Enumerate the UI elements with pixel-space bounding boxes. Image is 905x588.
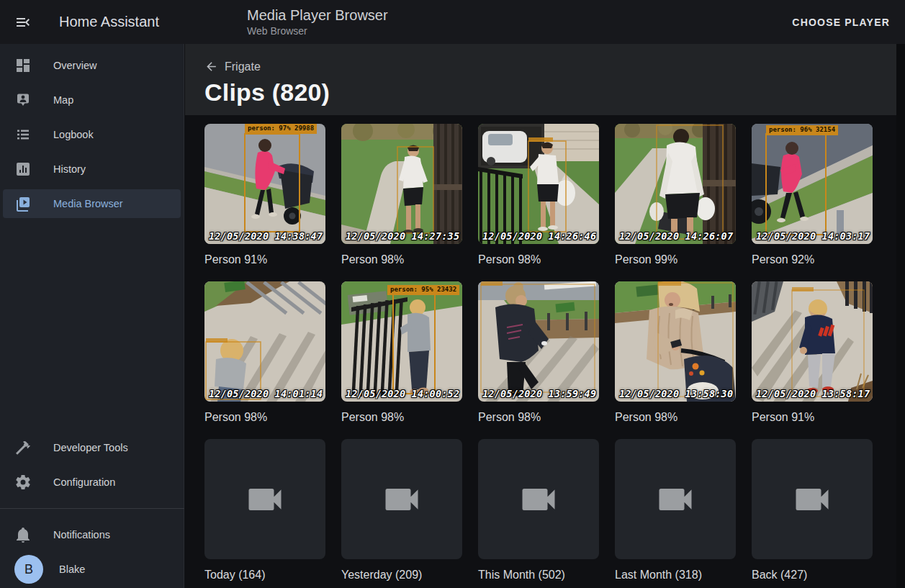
sidebar-item-label: History	[53, 163, 86, 175]
clip-thumbnail[interactable]: 12/05/2020 13:58:30	[615, 281, 736, 402]
bell-icon	[14, 526, 32, 543]
clip-thumbnail[interactable]: 12/05/2020 13:58:17	[752, 281, 873, 402]
clip-thumbnail[interactable]: 12/05/2020 14:26:46	[478, 124, 599, 244]
clip-caption: Person 91%	[752, 411, 873, 424]
clip-caption: Person 91%	[204, 253, 325, 266]
sidebar-item-history[interactable]: History	[3, 155, 181, 184]
app-title: Home Assistant	[59, 14, 159, 30]
video-icon	[791, 478, 834, 521]
clip-card[interactable]: person: 95% 23432 12/05/2020 14:00:52 Pe…	[341, 281, 462, 424]
sidebar: Overview Map Logbook History	[0, 44, 184, 588]
video-icon	[380, 478, 423, 521]
folder-label: Yesterday (209)	[341, 569, 462, 582]
clip-timestamp: 12/05/2020 14:26:46	[482, 230, 596, 242]
clip-scene	[341, 281, 462, 402]
clip-caption: Person 92%	[752, 253, 873, 266]
media-browser-icon	[14, 195, 32, 212]
content-header: Frigate Clips (820)	[185, 44, 896, 115]
folder-card-this-month[interactable]: This Month (502)	[478, 439, 599, 582]
sidebar-item-label: Blake	[59, 564, 85, 575]
clip-thumbnail[interactable]: 12/05/2020 14:27:35	[341, 124, 462, 244]
detection-label: person: 95% 23432	[387, 285, 459, 295]
clip-scene	[615, 281, 736, 402]
sidebar-item-overview[interactable]: Overview	[3, 51, 181, 80]
folder-card-back[interactable]: Back (427)	[752, 439, 873, 582]
dashboard-icon	[14, 57, 32, 74]
sidebar-item-label: Logbook	[53, 129, 94, 140]
folder-label: Today (164)	[204, 569, 325, 582]
clip-timestamp: 12/05/2020 14:00:52	[346, 388, 459, 399]
scrollbar[interactable]	[896, 44, 905, 588]
clip-card[interactable]: 12/05/2020 14:26:46 Person 98%	[478, 124, 599, 266]
breadcrumb[interactable]: Frigate	[204, 60, 261, 73]
clip-caption: Person 98%	[341, 411, 462, 424]
clip-caption: Person 98%	[478, 253, 599, 266]
map-person-icon	[14, 91, 32, 109]
clip-card[interactable]: 12/05/2020 13:58:30 Person 98%	[615, 281, 736, 424]
arrow-left-icon	[204, 60, 218, 73]
folder-label: Last Month (318)	[615, 569, 736, 582]
folder-label: Back (427)	[752, 569, 873, 582]
folder-thumbnail[interactable]	[204, 439, 325, 559]
video-icon	[517, 478, 560, 521]
clip-timestamp: 12/05/2020 14:01:14	[209, 388, 323, 399]
clip-scene	[752, 124, 873, 244]
folder-card-today[interactable]: Today (164)	[204, 439, 325, 582]
sidebar-item-configuration[interactable]: Configuration	[3, 468, 181, 497]
clip-card[interactable]: person: 97% 29988 12/05/2020 14:38:47 Pe…	[204, 124, 325, 266]
page-subtitle: Web Browser	[247, 24, 388, 37]
clip-thumbnail[interactable]: person: 97% 29988 12/05/2020 14:38:47	[204, 124, 325, 244]
folder-thumbnail[interactable]	[752, 439, 873, 559]
clip-caption: Person 98%	[204, 411, 325, 424]
clip-caption: Person 98%	[478, 411, 599, 424]
folder-thumbnail[interactable]	[341, 439, 462, 559]
clip-card[interactable]: 12/05/2020 14:26:07 Person 99%	[615, 124, 736, 266]
avatar: B	[14, 555, 43, 584]
sidebar-item-label: Developer Tools	[53, 442, 128, 453]
folder-thumbnail[interactable]	[478, 439, 599, 559]
clip-card[interactable]: 12/05/2020 13:59:49 Person 98%	[478, 281, 599, 424]
folder-card-last-month[interactable]: Last Month (318)	[615, 439, 736, 582]
clip-card[interactable]: 12/05/2020 13:58:17 Person 91%	[752, 281, 873, 424]
sidebar-item-label: Overview	[53, 60, 96, 71]
sidebar-item-label: Map	[53, 94, 73, 106]
detection-label: person: 97% 29988	[245, 124, 317, 134]
clip-thumbnail[interactable]: 12/05/2020 13:59:49	[478, 281, 599, 402]
choose-player-button[interactable]: CHOOSE PLAYER	[786, 0, 896, 44]
page-title: Media Player Browser	[247, 6, 388, 24]
clip-scene	[341, 124, 462, 244]
clip-timestamp: 12/05/2020 13:59:49	[482, 388, 596, 399]
clip-caption: Person 98%	[615, 411, 736, 424]
clip-timestamp: 12/05/2020 14:26:07	[619, 230, 733, 242]
sidebar-item-media-browser[interactable]: Media Browser	[3, 189, 181, 218]
clip-card[interactable]: 12/05/2020 14:01:14 Person 98%	[204, 281, 325, 424]
section-title: Clips (820)	[204, 78, 896, 107]
sidebar-toggle-button[interactable]	[6, 5, 40, 40]
detection-label: person: 96% 32154	[766, 125, 838, 135]
folder-thumbnail[interactable]	[615, 439, 736, 559]
clip-timestamp: 12/05/2020 13:58:17	[756, 388, 870, 399]
sidebar-item-developer-tools[interactable]: Developer Tools	[3, 433, 181, 462]
sidebar-item-logbook[interactable]: Logbook	[3, 120, 181, 149]
clip-thumbnail[interactable]: person: 96% 32154 12/05/2020 14:03:17	[752, 124, 873, 244]
sidebar-item-map[interactable]: Map	[3, 86, 181, 114]
clip-card[interactable]: 12/05/2020 14:27:35 Person 98%	[341, 124, 462, 266]
sidebar-item-notifications[interactable]: Notifications	[3, 520, 181, 549]
clip-scene	[204, 281, 325, 402]
gear-icon	[14, 474, 32, 491]
clip-caption: Person 99%	[615, 253, 736, 266]
clip-thumbnail[interactable]: person: 95% 23432 12/05/2020 14:00:52	[341, 281, 462, 402]
clip-timestamp: 12/05/2020 13:58:30	[619, 388, 733, 399]
menu-open-icon	[14, 14, 32, 31]
main-content: Frigate Clips (820)	[185, 44, 896, 588]
folder-card-yesterday[interactable]: Yesterday (209)	[341, 439, 462, 582]
clip-card[interactable]: person: 96% 32154 12/05/2020 14:03:17 Pe…	[752, 124, 873, 266]
clip-scene	[752, 281, 873, 402]
clip-thumbnail[interactable]: 12/05/2020 14:26:07	[615, 124, 736, 244]
breadcrumb-label: Frigate	[225, 60, 261, 73]
clip-scene	[478, 281, 599, 402]
sidebar-item-user-profile[interactable]: B Blake	[3, 555, 181, 584]
clip-scene	[478, 124, 599, 244]
media-grid: person: 97% 29988 12/05/2020 14:38:47 Pe…	[185, 115, 896, 582]
clip-thumbnail[interactable]: 12/05/2020 14:01:14	[204, 281, 325, 402]
